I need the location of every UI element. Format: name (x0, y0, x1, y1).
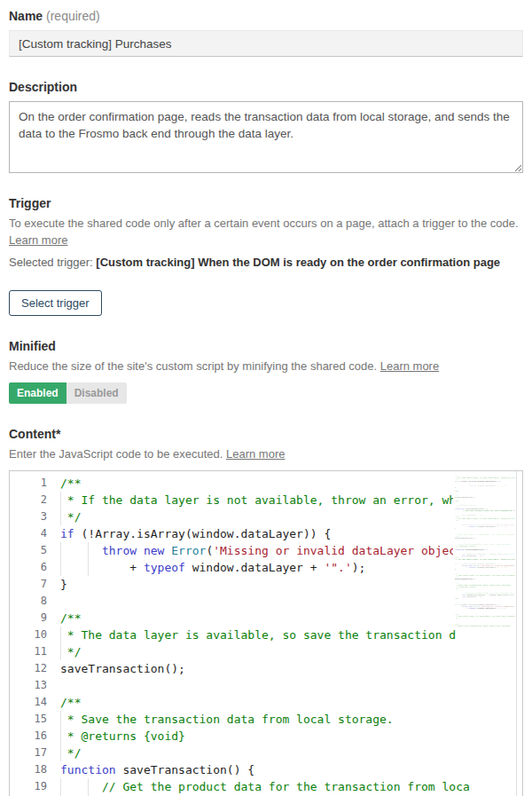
trigger-learn-more-link[interactable]: Learn more (9, 233, 67, 247)
minified-toggle: Enabled Disabled (9, 382, 523, 404)
selected-trigger-label: Selected trigger: (9, 256, 93, 269)
code-line[interactable]: 7} (10, 576, 516, 593)
indent-guide (60, 643, 61, 660)
code-line-content: * Save the transaction data from local s… (52, 711, 516, 728)
code-line[interactable]: 15 * Save the transaction data from loca… (10, 711, 516, 728)
code-line[interactable]: 13 (10, 677, 516, 694)
code-line-content: + typeof window.dataLayer + '".'); (52, 559, 516, 576)
line-number: 4 (10, 525, 52, 542)
code-line-content: */ (52, 745, 516, 761)
line-number: 2 (10, 492, 52, 508)
code-line-content: * If the data layer is not available, th… (52, 492, 516, 508)
code-lines[interactable]: 1/**2 * If the data layer is not availab… (10, 475, 516, 796)
code-line-content: */ (52, 643, 516, 660)
indent-guide (60, 745, 61, 761)
line-number: 3 (10, 508, 52, 525)
description-field-group: Description On the order confirmation pa… (9, 80, 523, 177)
code-line[interactable]: 2 * If the data layer is not available, … (10, 492, 516, 508)
code-line-content: // Get the product data for the transact… (52, 778, 516, 795)
trigger-description: To execute the shared code only after a … (9, 215, 523, 232)
line-number: 9 (10, 610, 52, 627)
minified-description-text: Reduce the size of the site's custom scr… (9, 359, 377, 373)
minified-description: Reduce the size of the site's custom scr… (9, 358, 523, 374)
indent-guide (60, 711, 61, 728)
code-line[interactable]: 14/** (10, 694, 516, 711)
selected-trigger-value: [Custom tracking] When the DOM is ready … (96, 256, 500, 269)
indent-guide (60, 542, 61, 559)
code-minimap-content: /** * If the data layer is not available… (453, 474, 515, 627)
line-number: 18 (10, 761, 52, 778)
line-number: 8 (10, 593, 52, 610)
line-number: 1 (10, 475, 52, 492)
name-field-group: Name (required) (9, 9, 523, 57)
line-number: 17 (10, 745, 52, 761)
content-learn-more-link[interactable]: Learn more (226, 447, 285, 461)
code-line-content: } (52, 576, 516, 593)
code-line[interactable]: 8 (10, 593, 516, 610)
code-line-content: * @returns {void} (52, 728, 516, 745)
code-line-content: /** (52, 475, 516, 492)
code-line[interactable]: 4if (!Array.isArray(window.dataLayer)) { (10, 525, 516, 542)
code-line[interactable]: 12saveTransaction(); (10, 660, 516, 677)
content-heading: Content* (9, 427, 523, 441)
code-line-content: /** (52, 694, 516, 711)
minified-disabled-button[interactable]: Disabled (66, 382, 127, 404)
code-line-content: * The data layer is available, so save t… (52, 627, 516, 643)
line-number: 10 (10, 627, 52, 643)
code-line-content (52, 677, 516, 694)
indent-guide (60, 492, 61, 508)
code-line-content: */ (52, 508, 516, 525)
code-editor[interactable]: 1/**2 * If the data layer is not availab… (9, 470, 523, 796)
line-number: 6 (10, 559, 52, 576)
code-line-content: /** (52, 610, 516, 627)
line-number: 13 (10, 677, 52, 694)
line-number: 14 (10, 694, 52, 711)
description-label: Description (9, 80, 523, 94)
indent-guide (60, 559, 61, 576)
minified-enabled-button[interactable]: Enabled (9, 382, 66, 404)
editor-scrollbar[interactable] (516, 471, 522, 796)
code-line[interactable]: 6 + typeof window.dataLayer + '".'); (10, 559, 516, 576)
code-line[interactable]: 18function saveTransaction() { (10, 761, 516, 778)
line-number: 15 (10, 711, 52, 728)
indent-guide (60, 508, 61, 525)
indent-guide (88, 778, 89, 795)
name-required-note: (required) (46, 9, 100, 23)
indent-guide (88, 559, 89, 576)
code-line[interactable]: 19 // Get the product data for the trans… (10, 778, 516, 795)
name-label-text: Name (9, 9, 43, 23)
line-number: 11 (10, 643, 52, 660)
content-description: Enter the JavaScript code to be executed… (9, 445, 523, 462)
content-section: Content* Enter the JavaScript code to be… (9, 427, 523, 796)
line-number: 5 (10, 542, 52, 559)
selected-trigger-line: Selected trigger: [Custom tracking] When… (9, 256, 523, 269)
line-number: 12 (10, 660, 52, 677)
name-input[interactable] (9, 30, 523, 57)
code-line[interactable]: 11 */ (10, 643, 516, 660)
name-label: Name (required) (9, 9, 523, 23)
description-textarea[interactable]: On the order confirmation page, reads th… (9, 101, 523, 173)
code-line[interactable]: 5 throw new Error('Missing or invalid da… (10, 542, 516, 559)
select-trigger-button[interactable]: Select trigger (9, 290, 102, 316)
code-line[interactable]: 10 * The data layer is available, so sav… (10, 627, 516, 643)
code-line[interactable]: 3 */ (10, 508, 516, 525)
code-line[interactable]: 9/** (10, 610, 516, 627)
minified-learn-more-link[interactable]: Learn more (380, 359, 439, 373)
indent-guide (88, 542, 89, 559)
code-minimap[interactable]: /** * If the data layer is not available… (453, 474, 515, 627)
content-description-text: Enter the JavaScript code to be executed… (9, 447, 223, 461)
trigger-section: Trigger To execute the shared code only … (9, 196, 523, 316)
trigger-heading: Trigger (9, 196, 523, 210)
code-line[interactable]: 16 * @returns {void} (10, 728, 516, 745)
minified-heading: Minified (9, 339, 523, 353)
code-line-content: if (!Array.isArray(window.dataLayer)) { (52, 525, 516, 542)
code-line-content (52, 593, 516, 610)
code-line[interactable]: 17 */ (10, 745, 516, 761)
indent-guide (60, 778, 61, 795)
code-line[interactable]: 1/** (10, 475, 516, 492)
minified-section: Minified Reduce the size of the site's c… (9, 339, 523, 404)
line-number: 16 (10, 728, 52, 745)
code-line-content: function saveTransaction() { (52, 761, 516, 778)
indent-guide (60, 728, 61, 745)
line-number: 7 (10, 576, 52, 593)
